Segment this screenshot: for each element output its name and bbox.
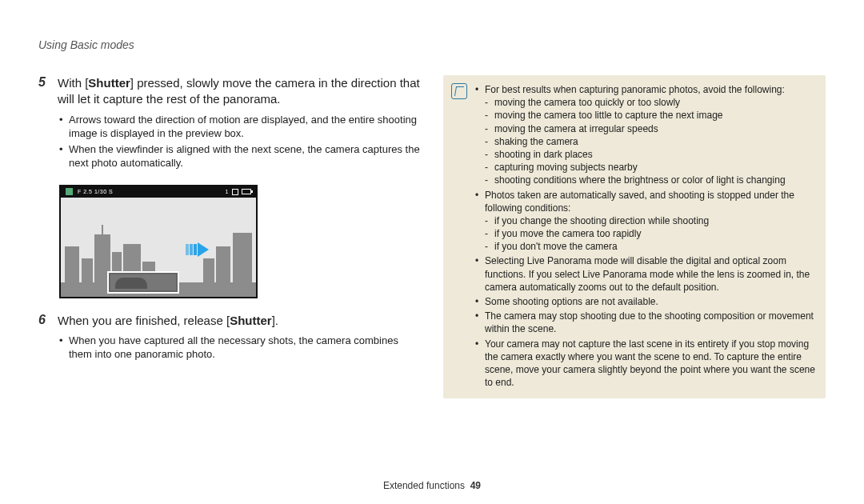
step-number-6: 6	[38, 313, 50, 329]
camera-preview-illustration: F 2.5 1/30 S 1	[59, 185, 258, 298]
tip-item: Some shooting options are not available.	[475, 295, 816, 308]
battery-icon	[242, 189, 251, 194]
tip-item: Your camera may not capture the last sce…	[475, 338, 816, 390]
page-footer: Extended functions 49	[0, 480, 864, 491]
direction-arrow-icon	[186, 242, 209, 257]
step-5-text: With [Shutter] pressed, slowly move the …	[58, 75, 421, 108]
tip-item: Photos taken are automatically saved, an…	[475, 189, 816, 254]
tip-item: Selecting Live Panorama mode will disabl…	[475, 254, 816, 294]
step-6-text: When you are finished, release [Shutter]…	[58, 313, 278, 329]
section-header: Using Basic modes	[38, 38, 826, 51]
step5-bullet: When the viewfinder is aligned with the …	[59, 142, 421, 170]
shot-count: 1	[226, 189, 229, 194]
preview-box	[107, 271, 179, 294]
exposure-readout: F 2.5 1/30 S	[78, 189, 113, 194]
tip-box: For best results when capturing panorami…	[443, 75, 826, 398]
sd-icon	[232, 189, 238, 195]
step-number-5: 5	[38, 75, 50, 108]
step6-bullet: When you have captured all the necessary…	[59, 334, 421, 362]
note-icon	[451, 83, 467, 99]
mode-icon	[66, 188, 73, 195]
tip-item: For best results when capturing panorami…	[475, 83, 816, 187]
step5-bullet: Arrows toward the direction of motion ar…	[59, 113, 421, 141]
tip-item: The camera may stop shooting due to the …	[475, 310, 816, 335]
